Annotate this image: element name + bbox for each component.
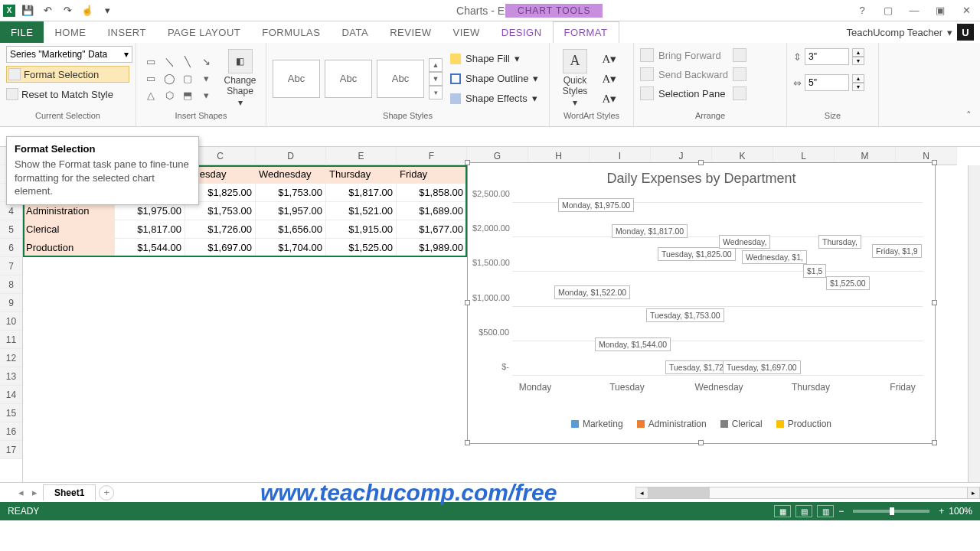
save-icon[interactable]: 💾 [20, 3, 35, 18]
collapse-ribbon-icon[interactable]: ˄ [962, 108, 975, 122]
column-header[interactable]: E [326, 147, 397, 165]
hscroll-thumb[interactable] [648, 487, 710, 498]
cell[interactable]: Wednesday [256, 165, 326, 184]
chart-data-label[interactable]: Monday, $1,522.00 [554, 285, 630, 299]
chart-data-label[interactable]: $1,525.00 [826, 276, 870, 290]
touchmode-icon[interactable]: ☝ [80, 3, 95, 18]
row-header[interactable]: 15 [0, 404, 22, 422]
cell[interactable]: $1,753.00 [256, 184, 326, 202]
shape-width-input[interactable] [805, 74, 849, 91]
chart-data-label[interactable]: Wednesday, [719, 235, 770, 249]
row-header[interactable]: 8 [0, 276, 22, 294]
tab-page-layout[interactable]: PAGE LAYOUT [157, 21, 251, 43]
tab-file[interactable]: FILE [0, 21, 44, 43]
view-layout-icon[interactable]: ▤ [795, 505, 812, 517]
ribbon-options-icon[interactable]: ▢ [877, 2, 899, 20]
resize-handle[interactable] [465, 440, 470, 445]
tab-format[interactable]: FORMAT [553, 21, 619, 43]
row-header[interactable]: 14 [0, 386, 22, 404]
hscroll-left-icon[interactable]: ◂ [636, 487, 648, 498]
redo-icon[interactable]: ↷ [60, 3, 75, 18]
send-backward-button[interactable]: Send Backward [640, 65, 728, 83]
row-header[interactable]: 13 [0, 367, 22, 386]
legend-item[interactable]: Clerical [720, 419, 763, 429]
cell[interactable]: $1,689.00 [397, 202, 467, 220]
row-header[interactable]: 5 [0, 220, 22, 239]
undo-icon[interactable]: ↶ [40, 3, 55, 18]
chart-data-label[interactable]: Thursday, [818, 235, 861, 249]
hscroll-track[interactable] [648, 487, 967, 498]
height-up-icon[interactable]: ▲ [852, 48, 864, 57]
hscroll-right-icon[interactable]: ▸ [967, 487, 979, 498]
tab-prev-icon[interactable]: ◂ [15, 487, 26, 498]
zoom-out-icon[interactable]: − [838, 506, 844, 517]
embedded-chart[interactable]: Daily Expenses by Department$-$500.00$1,… [467, 162, 936, 444]
chart-data-label[interactable]: $1,5 [803, 264, 826, 278]
chart-legend[interactable]: MarketingAdministrationClericalProductio… [472, 419, 930, 429]
cell[interactable]: $1,677.00 [397, 220, 467, 239]
resize-handle[interactable] [932, 300, 937, 305]
chart-data-label[interactable]: Monday, $1,817.00 [612, 224, 688, 238]
reset-to-match-style-button[interactable]: Reset to Match Style [6, 86, 129, 103]
row-header[interactable]: 17 [0, 441, 22, 459]
shape-roundrect-icon[interactable]: ▢ [179, 71, 196, 86]
cell[interactable]: Friday [397, 165, 467, 184]
column-header[interactable]: D [256, 147, 326, 165]
quick-styles-button[interactable]: A Quick Styles ▾ [556, 49, 594, 108]
resize-handle[interactable] [932, 160, 937, 165]
sheet-tab-1[interactable]: Sheet1 [43, 484, 96, 500]
shape-flow2-icon[interactable]: ⬒ [179, 88, 196, 103]
cell[interactable]: Thursday [326, 165, 397, 184]
tab-insert[interactable]: INSERT [96, 21, 156, 43]
gallery-more-icon[interactable]: ▾ [429, 86, 443, 99]
tab-design[interactable]: DESIGN [491, 21, 553, 43]
group-button[interactable] [733, 65, 746, 83]
cell[interactable]: Clerical [23, 220, 115, 239]
cell[interactable]: $1,817.00 [326, 184, 397, 202]
shape-line-icon[interactable]: ＼ [161, 54, 178, 70]
gallery-down-icon[interactable]: ▼ [429, 72, 443, 86]
cell[interactable]: $1,521.00 [326, 202, 397, 220]
row-header[interactable]: 11 [0, 331, 22, 349]
row-header[interactable]: 6 [0, 239, 22, 257]
row-header[interactable]: 12 [0, 349, 22, 367]
row-header[interactable]: 7 [0, 257, 22, 276]
shape-oval-icon[interactable]: ◯ [161, 71, 178, 86]
align-button[interactable] [733, 46, 746, 64]
legend-item[interactable]: Administration [637, 419, 707, 429]
chart-element-selector[interactable]: Series "Marketing" Data ▾ [6, 46, 132, 63]
shape-height-input[interactable] [805, 48, 849, 65]
close-icon[interactable]: ✕ [956, 2, 977, 20]
column-header[interactable]: F [397, 147, 467, 165]
cell[interactable]: $1,656.00 [256, 220, 326, 239]
new-sheet-button[interactable]: + [99, 485, 114, 500]
resize-handle[interactable] [698, 160, 704, 165]
cell[interactable]: $1,544.00 [115, 239, 185, 257]
tab-home[interactable]: HOME [44, 21, 96, 43]
change-shape-button[interactable]: ◧ Change Shape ▾ [220, 49, 260, 108]
row-header[interactable]: 16 [0, 422, 22, 441]
row-header[interactable]: 9 [0, 294, 22, 312]
tab-review[interactable]: REVIEW [379, 21, 442, 43]
cell[interactable]: $1,858.00 [397, 184, 467, 202]
resize-handle[interactable] [932, 440, 937, 445]
shape-rect-icon[interactable]: ▭ [142, 71, 159, 86]
chart-data-label[interactable]: Monday, $1,975.00 [558, 198, 634, 212]
chart-data-label[interactable]: Tuesday, $1,825.00 [658, 247, 736, 261]
chart-data-label[interactable]: Tuesday, $1,697.00 [723, 360, 801, 374]
cell[interactable]: $1,989.00 [397, 239, 467, 257]
resize-handle[interactable] [465, 160, 470, 165]
chart-data-label[interactable]: Monday, $1,544.00 [595, 337, 671, 351]
minimize-icon[interactable]: — [903, 2, 925, 20]
gallery-up-icon[interactable]: ▲ [429, 58, 443, 72]
cell[interactable]: $1,957.00 [256, 202, 326, 220]
shape-textbox-icon[interactable]: ▭ [142, 54, 159, 70]
horizontal-scrollbar[interactable]: ◂ ▸ [635, 487, 980, 499]
shape-style-gallery[interactable]: Abc Abc Abc ▲ ▼ ▾ [273, 58, 443, 99]
bring-forward-button[interactable]: Bring Forward [640, 46, 728, 64]
zoom-level[interactable]: 100% [949, 506, 972, 517]
tab-next-icon[interactable]: ▸ [29, 487, 40, 498]
shape-effects-button[interactable]: Shape Effects ▾ [450, 90, 538, 108]
shape-fill-button[interactable]: Shape Fill ▾ [450, 50, 538, 68]
height-down-icon[interactable]: ▼ [852, 57, 864, 65]
